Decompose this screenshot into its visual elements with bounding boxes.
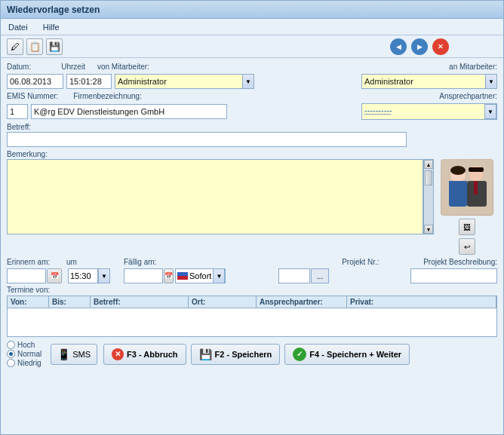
avatar-svg <box>441 160 493 215</box>
emis-input[interactable] <box>7 104 28 119</box>
termine-label: Termine von: <box>7 286 497 294</box>
radio-niedrig[interactable] <box>7 359 15 367</box>
termine-header: Von: Bis: Betreff: Ort: Ansprechpartner:… <box>8 296 496 308</box>
abbruch-icon: ✕ <box>112 348 124 360</box>
von-mitarbeiter-combo: ▼ <box>115 74 254 89</box>
nav-next-icon: ▶ <box>417 43 423 51</box>
an-mitarbeiter-arrow[interactable]: ▼ <box>485 74 497 89</box>
termine-header-bis: Bis: <box>49 296 91 308</box>
faellig-input[interactable] <box>124 268 163 283</box>
von-mitarbeiter-label: von Mitarbeiter: <box>97 63 149 71</box>
termine-table: Von: Bis: Betreff: Ort: Ansprechpartner:… <box>7 296 497 337</box>
abbruch-button[interactable]: ✕ F3 - Abbruch <box>103 344 186 365</box>
save-toolbar-button[interactable]: 💾 <box>46 38 63 55</box>
avatar <box>441 159 493 216</box>
speichern-weiter-button[interactable]: ✓ F4 - Speichern + Weiter <box>284 344 410 365</box>
speichern-button[interactable]: 💾 F2 - Speichern <box>191 344 281 365</box>
bemerkung-left: ▲ ▼ <box>7 159 434 255</box>
scroll-thumb[interactable] <box>425 170 432 185</box>
abbruch-label: F3 - Abbruch <box>127 350 177 359</box>
form-content: Datum: Uhrzeit von Mitarbeiter: an Mitar… <box>1 58 503 434</box>
sms-phone-icon: 📱 <box>57 348 70 360</box>
an-mitarbeiter-input[interactable] <box>361 74 485 89</box>
row-emis-inputs: ---------- ▼ <box>7 103 497 120</box>
svg-rect-8 <box>469 167 484 172</box>
termine-header-von: Von: <box>8 296 49 308</box>
nav-close-icon: ✕ <box>438 43 444 51</box>
von-mitarbeiter-input[interactable] <box>115 74 242 89</box>
nav-close-button[interactable]: ✕ <box>432 38 449 55</box>
uhrzeit-label: Uhrzeit <box>61 63 85 71</box>
erinnern-input[interactable] <box>7 268 46 283</box>
priority-normal-label: Normal <box>17 350 41 358</box>
speichern-disk-icon: 💾 <box>199 348 212 360</box>
menu-hilfe[interactable]: Hilfe <box>38 22 64 32</box>
datum-input[interactable] <box>7 74 63 89</box>
scroll-up-arrow[interactable]: ▲ <box>424 160 433 169</box>
von-mitarbeiter-arrow[interactable]: ▼ <box>242 74 254 89</box>
copy-icon: 📋 <box>29 41 41 52</box>
termine-header-privat: Privat: <box>347 296 496 308</box>
faellig-calendar-button[interactable]: 📅 <box>164 268 174 283</box>
ansprechpartner-value: ---------- <box>362 104 484 119</box>
speichern-label: F2 - Speichern <box>215 350 272 359</box>
faellig-label: Fällig am: <box>124 258 177 266</box>
projekt-beschreibung-input[interactable] <box>410 268 497 283</box>
bemerkung-container: ▲ ▼ <box>7 159 497 255</box>
svg-rect-3 <box>449 181 467 187</box>
erinnern-row-inputs: 📅 ▼ 📅 Sofort ▼ ... <box>7 268 497 283</box>
uhrzeit-input[interactable] <box>66 74 112 89</box>
sofort-container: Sofort ▼ <box>175 268 226 283</box>
an-mitarbeiter-combo: ▼ <box>361 74 497 89</box>
erinnern-calendar-button[interactable]: 📅 <box>47 268 62 283</box>
radio-normal[interactable] <box>7 350 15 358</box>
priority-niedrig[interactable]: Niedrig <box>7 359 41 367</box>
um-arrow[interactable]: ▼ <box>98 268 110 283</box>
priority-hoch-label: Hoch <box>17 341 35 349</box>
new-button[interactable]: 🖊 <box>7 38 23 55</box>
row-emis-labels: EMIS Nummer: Firmenbezeichnung: Ansprech… <box>7 92 497 100</box>
betreff-input[interactable] <box>7 132 407 147</box>
priority-normal[interactable]: Normal <box>7 350 41 358</box>
main-window: Wiedervorlage setzen Datei Hilfe 🖊 📋 💾 ◀… <box>0 0 504 435</box>
sms-button[interactable]: 📱 SMS <box>51 344 97 365</box>
bemerkung-scrollbar[interactable]: ▲ ▼ <box>423 159 434 234</box>
image-delete-icon: ↩ <box>464 243 470 251</box>
save-icon: 💾 <box>49 41 60 52</box>
menu-bar: Datei Hilfe <box>1 19 503 35</box>
radio-normal-dot <box>9 352 13 356</box>
sofort-label: Sofort <box>189 271 213 280</box>
image-delete-button[interactable]: ↩ <box>459 238 475 255</box>
menu-datei[interactable]: Datei <box>4 22 32 32</box>
termine-body <box>8 308 496 335</box>
um-input[interactable] <box>68 268 98 283</box>
termine-header-betreff: Betreff: <box>91 296 189 308</box>
an-mitarbeiter-label: an Mitarbeiter: <box>449 63 497 71</box>
radio-hoch[interactable] <box>7 341 15 349</box>
bemerkung-label: Bemerkung: <box>7 150 497 158</box>
erinnern-row-labels: Erinnern am: um Fällig am: Projekt Nr.: … <box>7 258 497 266</box>
bemerkung-right: 🖼 ↩ <box>437 159 497 255</box>
priority-niedrig-label: Niedrig <box>17 359 41 367</box>
sofort-flag-icon <box>177 272 188 280</box>
scroll-down-arrow[interactable]: ▼ <box>424 225 433 234</box>
emis-label: EMIS Nummer: <box>7 92 58 100</box>
termine-header-ort: Ort: <box>189 296 257 308</box>
copy-button[interactable]: 📋 <box>26 38 43 55</box>
nav-prev-button[interactable]: ◀ <box>390 38 407 55</box>
ansprechpartner-label: Ansprechpartner: <box>439 92 497 100</box>
projekt-nr-input[interactable] <box>278 268 310 283</box>
nav-next-button[interactable]: ▶ <box>411 38 428 55</box>
firmen-label: Firmenbezeichnung: <box>73 92 142 100</box>
speichern-weiter-label: F4 - Speichern + Weiter <box>309 350 401 359</box>
bemerkung-input[interactable] <box>7 159 423 234</box>
bemerkung-wrapper: ▲ ▼ <box>7 159 434 234</box>
ansprechpartner-arrow[interactable]: ▼ <box>484 104 496 119</box>
sofort-arrow[interactable]: ▼ <box>213 268 225 283</box>
image-edit-button[interactable]: 🖼 <box>459 219 475 235</box>
window-title: Wiedervorlage setzen <box>7 5 100 15</box>
projekt-dots-button[interactable]: ... <box>311 268 329 283</box>
priority-hoch[interactable]: Hoch <box>7 341 41 349</box>
firmen-input[interactable] <box>31 104 227 119</box>
svg-rect-6 <box>474 181 478 195</box>
